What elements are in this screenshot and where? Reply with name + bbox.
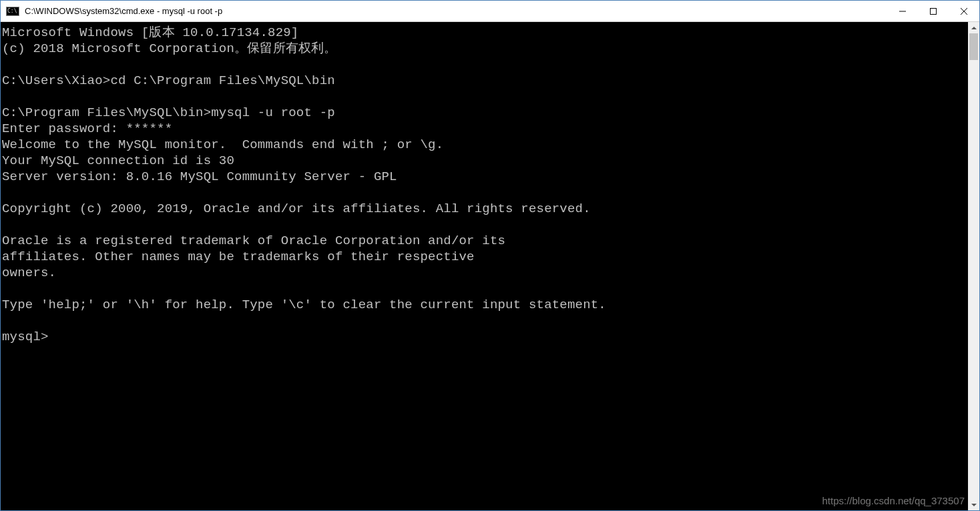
svg-rect-0 — [931, 8, 937, 14]
console-output[interactable]: Microsoft Windows [版本 10.0.17134.829] (c… — [1, 22, 968, 510]
close-icon — [961, 8, 967, 15]
chevron-up-icon — [971, 25, 977, 31]
cmd-window: C:\WINDOWS\system32\cmd.exe - mysql -u r… — [0, 0, 980, 511]
minimize-icon — [899, 8, 906, 15]
scroll-thumb[interactable] — [969, 33, 978, 60]
scroll-up-button[interactable] — [968, 22, 979, 33]
window-title: C:\WINDOWS\system32\cmd.exe - mysql -u r… — [25, 6, 887, 16]
scroll-track[interactable] — [968, 33, 979, 499]
chevron-down-icon — [971, 502, 977, 508]
vertical-scrollbar[interactable] — [968, 22, 979, 510]
window-controls — [887, 1, 979, 21]
minimize-button[interactable] — [887, 1, 918, 21]
maximize-icon — [930, 8, 937, 15]
maximize-button[interactable] — [918, 1, 949, 21]
console-area: Microsoft Windows [版本 10.0.17134.829] (c… — [1, 22, 979, 510]
scroll-down-button[interactable] — [968, 499, 979, 510]
cmd-icon — [6, 7, 19, 16]
titlebar[interactable]: C:\WINDOWS\system32\cmd.exe - mysql -u r… — [1, 1, 979, 22]
close-button[interactable] — [949, 1, 979, 21]
